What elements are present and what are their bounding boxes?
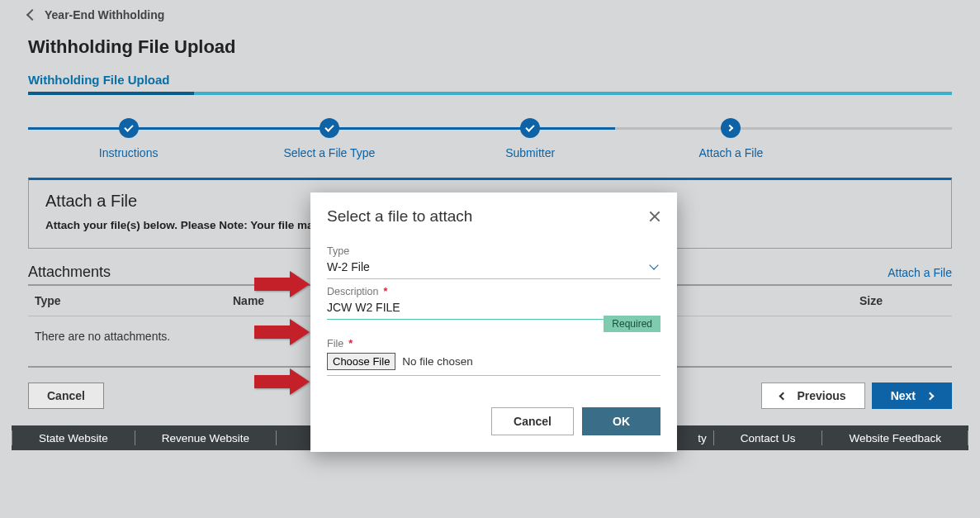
- next-button-label: Next: [891, 389, 916, 402]
- check-icon: [119, 118, 139, 138]
- section-tab[interactable]: Withholding File Upload: [0, 64, 980, 92]
- footer-link-revenue-website[interactable]: Revenue Website: [135, 432, 276, 444]
- file-input-row: Choose File No file chosen: [327, 349, 660, 376]
- choose-file-button[interactable]: Choose File: [327, 353, 395, 370]
- section-tab-label: Withholding File Upload: [28, 73, 170, 92]
- description-value: JCW W2 FILE: [327, 301, 400, 314]
- chevron-down-icon: [649, 260, 658, 269]
- step-select-file-type[interactable]: Select a File Type: [229, 118, 429, 159]
- modal-ok-button[interactable]: OK: [582, 407, 660, 435]
- previous-button-label: Previous: [798, 389, 846, 402]
- step-attach-file[interactable]: Attach a File: [631, 118, 831, 159]
- footer-link-website-feedback[interactable]: Website Feedback: [822, 432, 968, 444]
- description-label: Description*: [327, 286, 660, 297]
- page-title: Withholding File Upload: [0, 25, 980, 64]
- select-file-modal: Select a file to attach Type W-2 File De…: [310, 192, 677, 452]
- step-label: Attach a File: [631, 146, 831, 159]
- col-header-type: Type: [28, 286, 226, 316]
- footer-link-state-website[interactable]: State Website: [12, 432, 135, 444]
- modal-cancel-button[interactable]: Cancel: [491, 407, 574, 435]
- check-icon: [320, 118, 339, 138]
- required-star-icon: *: [348, 338, 353, 349]
- close-icon[interactable]: [649, 211, 660, 222]
- description-input[interactable]: JCW W2 FILE Required: [327, 297, 660, 320]
- breadcrumb-label: Year-End Withholding: [45, 8, 164, 21]
- chevron-left-icon: [779, 392, 787, 400]
- step-submitter[interactable]: Submitter: [430, 118, 631, 159]
- check-icon: [520, 118, 540, 138]
- footer-link-partial[interactable]: ty: [698, 432, 713, 444]
- step-label: Submitter: [430, 146, 631, 159]
- chevron-right-icon: [721, 118, 741, 138]
- file-label: File*: [327, 338, 660, 349]
- required-star-icon: *: [384, 286, 388, 297]
- step-label: Instructions: [28, 146, 229, 159]
- breadcrumb[interactable]: Year-End Withholding: [0, 0, 980, 25]
- annotation-arrow-icon: [254, 319, 312, 345]
- previous-button[interactable]: Previous: [761, 383, 865, 409]
- annotation-arrow-icon: [254, 368, 312, 395]
- chevron-left-icon: [26, 9, 38, 21]
- chevron-right-icon: [926, 392, 935, 400]
- step-instructions[interactable]: Instructions: [28, 118, 229, 159]
- stepper: Instructions Select a File Type Submitte…: [28, 95, 952, 159]
- modal-title: Select a file to attach: [327, 207, 472, 226]
- attachments-heading: Attachments: [28, 264, 111, 281]
- no-file-chosen-text: No file chosen: [402, 355, 473, 368]
- col-header-size: Size: [853, 286, 952, 316]
- type-select-value: W-2 File: [327, 260, 370, 273]
- required-badge: Required: [604, 316, 660, 332]
- step-label: Select a File Type: [229, 146, 429, 159]
- footer-link-contact-us[interactable]: Contact Us: [714, 432, 822, 444]
- attach-a-file-link[interactable]: Attach a File: [888, 266, 952, 279]
- next-button[interactable]: Next: [872, 383, 952, 409]
- type-label: Type: [327, 245, 660, 257]
- cancel-button[interactable]: Cancel: [28, 383, 104, 409]
- annotation-arrow-icon: [254, 271, 312, 297]
- type-select[interactable]: W-2 File: [327, 257, 660, 279]
